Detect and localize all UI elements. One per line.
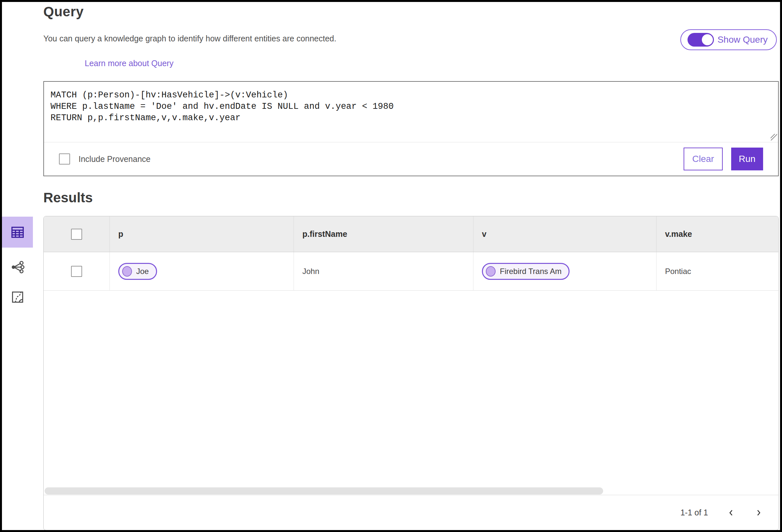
scrollbar-thumb[interactable] <box>45 487 603 495</box>
learn-more-link[interactable]: Learn more about Query <box>85 59 173 68</box>
table-view-button[interactable] <box>2 217 33 248</box>
column-header-v[interactable]: v <box>473 216 656 252</box>
page-title: Query <box>43 4 777 20</box>
view-rail <box>2 216 43 308</box>
include-provenance-checkbox[interactable] <box>59 153 70 165</box>
chevron-left-icon <box>727 508 736 517</box>
cell-v-make: Pontiac <box>656 252 778 290</box>
clear-button[interactable]: Clear <box>684 148 723 170</box>
run-button[interactable]: Run <box>731 148 763 170</box>
chevron-right-icon <box>754 508 763 517</box>
horizontal-scrollbar <box>44 487 778 495</box>
query-page: Query You can query a knowledge graph to… <box>2 2 780 530</box>
link-chart-icon <box>10 260 25 274</box>
previous-page-button[interactable] <box>727 508 736 517</box>
entity-dot-icon <box>486 266 496 277</box>
pagination-range: 1-1 of 1 <box>680 508 708 517</box>
column-header-p-firstname[interactable]: p.firstName <box>293 216 473 252</box>
cell-value: John <box>303 267 319 276</box>
row-checkbox-cell <box>44 252 109 290</box>
toggle-switch-icon[interactable] <box>687 33 714 46</box>
select-all-checkbox[interactable] <box>71 229 82 240</box>
entity-chip-label: Firebird Trans Am <box>500 267 561 276</box>
page-description: You can query a knowledge graph to ident… <box>43 29 680 43</box>
query-editor-footer: Include Provenance Clear Run <box>44 142 778 176</box>
show-query-label: Show Query <box>717 35 768 45</box>
results-title: Results <box>43 190 780 206</box>
entity-chip-label: Joe <box>136 267 149 276</box>
column-header-p[interactable]: p <box>109 216 293 252</box>
resize-handle-icon[interactable] <box>771 134 777 140</box>
map-icon <box>10 290 25 304</box>
next-page-button[interactable] <box>754 508 763 517</box>
results-section: p p.firstName v v.make Joe John <box>2 216 780 530</box>
table-header-row: p p.firstName v v.make <box>44 216 778 252</box>
table-row[interactable]: Joe John Firebird Trans Am Pontiac <box>44 252 778 291</box>
results-table-panel: p p.firstName v v.make Joe John <box>43 216 779 530</box>
table-empty-area <box>44 291 778 487</box>
query-code-input[interactable]: MATCH (p:Person)-[hv:HasVehicle]->(v:Veh… <box>44 82 778 142</box>
link-chart-view-button[interactable] <box>2 257 33 278</box>
table-footer: 1-1 of 1 <box>44 495 778 530</box>
toggle-knob <box>701 33 714 46</box>
cell-value: Pontiac <box>665 267 691 276</box>
map-view-button[interactable] <box>2 287 33 308</box>
entity-chip-person[interactable]: Joe <box>118 263 157 280</box>
include-provenance-label: Include Provenance <box>78 154 150 164</box>
cell-p-firstname: John <box>293 252 473 290</box>
show-query-toggle[interactable]: Show Query <box>680 29 777 50</box>
page-header: Query You can query a knowledge graph to… <box>2 2 780 68</box>
query-editor-panel: MATCH (p:Person)-[hv:HasVehicle]->(v:Veh… <box>43 81 779 176</box>
row-checkbox[interactable] <box>71 266 82 277</box>
table-icon <box>10 225 25 240</box>
cell-v: Firebird Trans Am <box>473 252 656 290</box>
header-checkbox-cell <box>44 216 109 252</box>
entity-chip-vehicle[interactable]: Firebird Trans Am <box>482 263 570 280</box>
cell-p: Joe <box>109 252 293 290</box>
entity-dot-icon <box>122 266 132 277</box>
column-header-v-make[interactable]: v.make <box>656 216 778 252</box>
